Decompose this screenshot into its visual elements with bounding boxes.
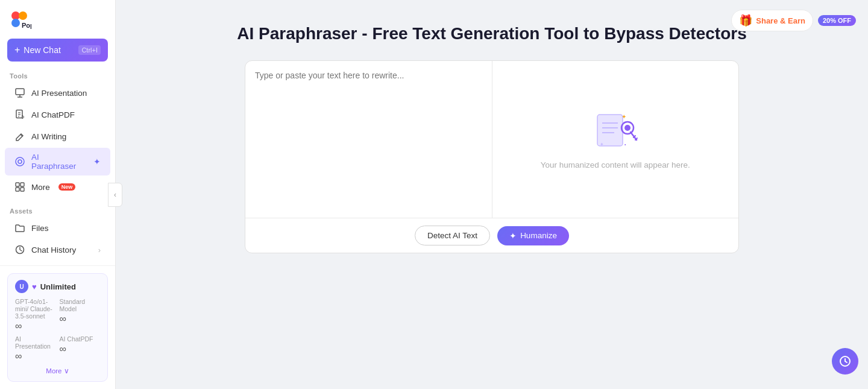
writing-icon bbox=[14, 131, 25, 142]
output-illustration-icon: ✦ ✦ • bbox=[591, 110, 640, 152]
standard-model-label: Standard Model bbox=[60, 298, 101, 312]
svg-marker-11 bbox=[22, 115, 24, 119]
sidebar-item-ai-writing[interactable]: AI Writing bbox=[5, 126, 110, 147]
ai-presentation-label: AI Presentation bbox=[31, 89, 87, 98]
plan-section: U ♥ Unlimited GPT-4o/o1-mini/ Claude-3.5… bbox=[0, 265, 115, 389]
sidebar-collapse-button[interactable]: ‹ bbox=[108, 183, 122, 207]
svg-text:✦: ✦ bbox=[621, 113, 626, 120]
standard-model-info: Standard Model ∞ bbox=[60, 298, 101, 332]
tools-section-label: Tools bbox=[0, 69, 115, 82]
more-label: More bbox=[31, 183, 50, 192]
sidebar-item-more[interactable]: More New bbox=[5, 177, 110, 197]
more-link-label: More ∨ bbox=[46, 367, 69, 375]
ai-chatpdf-label: AI ChatPDF bbox=[31, 110, 75, 119]
detect-label: Detect AI Text bbox=[427, 231, 477, 240]
new-badge: New bbox=[58, 183, 76, 191]
top-right-area: 🎁 Share & Earn 20% OFF bbox=[731, 10, 856, 31]
folder-icon bbox=[14, 223, 25, 233]
svg-point-2 bbox=[11, 19, 20, 27]
ai-paraphraser-label: AI Paraphraser bbox=[31, 153, 85, 171]
chevron-right-icon: › bbox=[98, 245, 101, 255]
collapse-icon: ‹ bbox=[114, 191, 116, 199]
plan-name: Unlimited bbox=[40, 282, 76, 291]
svg-rect-17 bbox=[20, 188, 24, 191]
tool-panels: ✦ ✦ • Your humanized content will appear… bbox=[245, 61, 738, 218]
humanize-icon: ✦ bbox=[509, 231, 517, 241]
chat-history-label: Chat History bbox=[31, 245, 76, 255]
output-panel: ✦ ✦ • Your humanized content will appear… bbox=[492, 61, 739, 218]
share-label: Share & Earn bbox=[756, 16, 805, 25]
plan-title: U ♥ Unlimited bbox=[15, 280, 100, 293]
new-chat-button[interactable]: + New Chat Ctrl+I bbox=[7, 39, 108, 62]
svg-point-13 bbox=[16, 157, 24, 166]
gift-icon: 🎁 bbox=[739, 14, 752, 27]
input-panel bbox=[245, 61, 492, 218]
files-label: Files bbox=[31, 224, 49, 233]
svg-text:•: • bbox=[624, 142, 626, 147]
sidebar-item-chat-history[interactable]: Chat History › bbox=[5, 239, 110, 260]
discount-badge: 20% OFF bbox=[818, 15, 856, 26]
page-title: AI Paraphraser - Free Text Generation To… bbox=[237, 24, 746, 43]
svg-rect-4 bbox=[16, 89, 24, 95]
svg-rect-16 bbox=[16, 188, 19, 191]
tool-actions-bar: Detect AI Text ✦ Humanize bbox=[245, 218, 738, 253]
output-placeholder-text: Your humanized content will appear here. bbox=[541, 160, 690, 169]
ai-chatpdf-plan-label: AI ChatPDF bbox=[60, 335, 101, 343]
avatar: U bbox=[15, 280, 28, 293]
floating-action-button[interactable] bbox=[832, 348, 858, 375]
new-chat-label: New Chat bbox=[24, 45, 60, 55]
floating-icon bbox=[838, 355, 852, 368]
sidebar-item-ai-chatpdf[interactable]: AI ChatPDF bbox=[5, 104, 110, 125]
chatpdf-infinity: ∞ bbox=[60, 344, 101, 355]
keyboard-shortcut: Ctrl+I bbox=[78, 45, 101, 55]
sidebar: PopAi + New Chat Ctrl+I Tools AI Present… bbox=[0, 0, 116, 389]
humanize-button[interactable]: ✦ Humanize bbox=[497, 226, 569, 245]
text-input[interactable] bbox=[255, 71, 482, 208]
logo-area: PopAi bbox=[0, 0, 115, 39]
presentation-icon bbox=[14, 87, 25, 98]
humanize-label: Humanize bbox=[520, 231, 557, 240]
svg-rect-15 bbox=[20, 183, 24, 186]
paraphraser-icon bbox=[14, 156, 25, 167]
model-infinity: ∞ bbox=[15, 321, 56, 332]
svg-text:PopAi: PopAi bbox=[22, 22, 31, 29]
svg-point-0 bbox=[11, 11, 20, 20]
history-icon bbox=[14, 244, 25, 255]
svg-point-1 bbox=[19, 11, 27, 20]
pres-infinity: ∞ bbox=[15, 351, 56, 362]
pdf-icon bbox=[14, 109, 25, 120]
heart-icon: ♥ bbox=[32, 282, 37, 291]
detect-ai-text-button[interactable]: Detect AI Text bbox=[415, 226, 490, 245]
sidebar-item-files[interactable]: Files bbox=[5, 218, 110, 238]
sidebar-item-ai-presentation[interactable]: AI Presentation bbox=[5, 83, 110, 103]
ai-pres-label: AI Presentation bbox=[15, 335, 56, 350]
sidebar-item-ai-paraphraser[interactable]: AI Paraphraser ✦ bbox=[5, 148, 110, 176]
popai-logo: PopAi bbox=[10, 10, 31, 31]
ai-presentation-info: AI Presentation ∞ bbox=[15, 335, 56, 362]
ai-chatpdf-info: AI ChatPDF ∞ bbox=[60, 335, 101, 362]
assets-section-label: Assets bbox=[0, 204, 115, 217]
paraphraser-tool: ✦ ✦ • Your humanized content will appear… bbox=[245, 60, 739, 253]
svg-rect-14 bbox=[16, 183, 19, 186]
svg-point-24 bbox=[624, 125, 631, 131]
model-info: GPT-4o/o1-mini/ Claude-3.5-sonnet ∞ bbox=[15, 298, 56, 332]
main-content: 🎁 Share & Earn 20% OFF AI Paraphraser - … bbox=[116, 0, 868, 389]
plus-icon: + bbox=[14, 45, 20, 55]
share-earn-button[interactable]: 🎁 Share & Earn bbox=[731, 10, 813, 31]
model-label: GPT-4o/o1-mini/ Claude-3.5-sonnet bbox=[15, 298, 56, 320]
svg-text:✦: ✦ bbox=[600, 142, 604, 147]
plan-card: U ♥ Unlimited GPT-4o/o1-mini/ Claude-3.5… bbox=[7, 273, 108, 382]
plan-grid: GPT-4o/o1-mini/ Claude-3.5-sonnet ∞ Stan… bbox=[15, 298, 100, 362]
standard-infinity: ∞ bbox=[60, 314, 101, 324]
grid-icon bbox=[14, 182, 25, 192]
sparkle-icon: ✦ bbox=[93, 157, 101, 166]
ai-writing-label: AI Writing bbox=[31, 132, 66, 141]
plan-more-link[interactable]: More ∨ bbox=[15, 367, 100, 375]
